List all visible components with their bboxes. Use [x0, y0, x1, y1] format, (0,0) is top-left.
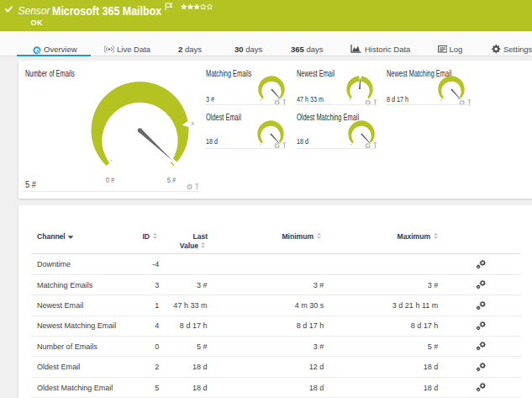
- svg-text:x: x: [191, 119, 194, 127]
